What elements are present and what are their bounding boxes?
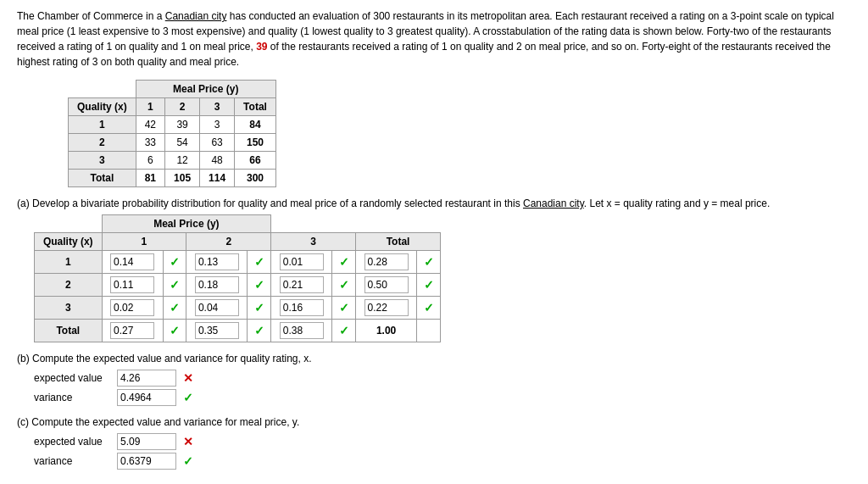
check-icon-total-2: ✓: [424, 278, 434, 292]
intro-highlight-39: 39: [256, 41, 267, 53]
prob-mp-col-2: 2: [186, 233, 271, 251]
cross-icon-ev-b: ✕: [183, 371, 193, 385]
var-label-b: variance: [34, 392, 110, 403]
ev-input-c[interactable]: [117, 433, 176, 450]
prob-total-row: Total ✓ ✓ ✓ 1.00: [35, 320, 441, 342]
expected-value-row-b: expected value ✕: [34, 370, 851, 387]
prob-col-total-3[interactable]: [280, 322, 324, 339]
prob-input-cell: [110, 253, 154, 270]
prob-total-2[interactable]: [364, 276, 409, 293]
intro-text-1: The Chamber of Commerce in a: [17, 10, 165, 22]
prob-input-3-3[interactable]: [280, 299, 324, 316]
check-icon-col-total-1: ✓: [170, 324, 180, 337]
check-icon-3-2: ✓: [254, 301, 264, 314]
check-icon-col-total-2: ✓: [254, 324, 264, 337]
prob-table: Meal Price (y) Quality (x) 1 2 3 Total 1…: [34, 214, 441, 342]
total-col-header: Total: [235, 98, 276, 116]
check-icon-1-1: ✓: [170, 255, 180, 269]
check-icon-var-b: ✓: [183, 391, 193, 404]
ev-label-c: expected value: [34, 436, 110, 448]
prob-input-3-1[interactable]: [110, 299, 154, 316]
prob-input-3-2[interactable]: [195, 299, 239, 316]
mp-col-2: 2: [165, 98, 200, 116]
check-icon-col-total-3: ✓: [339, 324, 349, 337]
check-icon-1-3: ✓: [339, 255, 349, 269]
intro-paragraph: The Chamber of Commerce in a Canadian ci…: [17, 8, 851, 70]
prob-input-2-3[interactable]: [280, 276, 324, 293]
meal-price-header: Meal Price (y): [136, 81, 275, 98]
var-input-b[interactable]: [117, 389, 176, 406]
check-icon-var-c: ✓: [183, 454, 193, 468]
prob-input-2-1[interactable]: [110, 276, 154, 293]
raw-data-table: Meal Price (y) Quality (x) 1 2 3 Total 1…: [68, 80, 276, 187]
prob-col-total-2[interactable]: [195, 322, 239, 339]
mp-col-3: 3: [200, 98, 235, 116]
expected-value-row-c: expected value ✕: [34, 433, 851, 450]
var-label-c: variance: [34, 455, 110, 467]
prob-col-total-1[interactable]: [110, 322, 154, 339]
prob-row-1: 1 ✓ ✓ ✓ ✓: [35, 251, 441, 274]
ev-label-b: expected value: [34, 372, 110, 384]
cross-icon-ev-c: ✕: [183, 435, 193, 448]
prob-meal-price-header: Meal Price (y): [102, 215, 271, 233]
table-total-row: Total 81 105 114 300: [69, 170, 276, 187]
check-icon-3-1: ✓: [170, 301, 180, 314]
intro-city-highlight: Canadian city: [165, 10, 227, 22]
prob-quality-header: Quality (x): [35, 233, 103, 251]
prob-total-3[interactable]: [364, 299, 409, 316]
prob-row-2: 2 ✓ ✓ ✓ ✓: [35, 274, 441, 297]
variance-row-b: variance ✓: [34, 389, 851, 406]
prob-total-1[interactable]: [364, 253, 409, 270]
prob-input-1-3[interactable]: [280, 253, 324, 270]
mp-col-1: 1: [136, 98, 164, 116]
prob-input-1-1[interactable]: [110, 253, 154, 270]
prob-input-cell: [280, 253, 324, 270]
part-c-label: (c) Compute the expected value and varia…: [17, 416, 851, 428]
prob-input-2-2[interactable]: [195, 276, 239, 293]
ev-input-b[interactable]: [117, 370, 176, 387]
prob-mp-col-3: 3: [271, 233, 356, 251]
table-row: 3 6 12 48 66: [69, 152, 276, 170]
check-icon-1-2: ✓: [254, 255, 264, 269]
check-icon-2-2: ✓: [254, 278, 264, 292]
variance-row-c: variance ✓: [34, 453, 851, 470]
quality-col-header: Quality (x): [69, 98, 136, 116]
check-icon-2-3: ✓: [339, 278, 349, 292]
var-input-c[interactable]: [117, 453, 176, 470]
check-icon-total-3: ✓: [424, 301, 434, 314]
prob-row-3: 3 ✓ ✓ ✓ ✓: [35, 297, 441, 320]
check-icon-2-1: ✓: [170, 278, 180, 292]
part-a-label: (a) Develop a bivariate probability dist…: [17, 197, 851, 209]
prob-input-1-2[interactable]: [195, 253, 239, 270]
part-b-label: (b) Compute the expected value and varia…: [17, 353, 851, 364]
check-icon-total-1: ✓: [424, 255, 434, 269]
table-row: 1 42 39 3 84: [69, 116, 276, 134]
prob-mp-col-1: 1: [102, 233, 186, 251]
prob-input-cell: [195, 253, 239, 270]
check-icon-3-3: ✓: [339, 301, 349, 314]
prob-total-header: Total: [356, 233, 441, 251]
table-row: 2 33 54 63 150: [69, 134, 276, 152]
